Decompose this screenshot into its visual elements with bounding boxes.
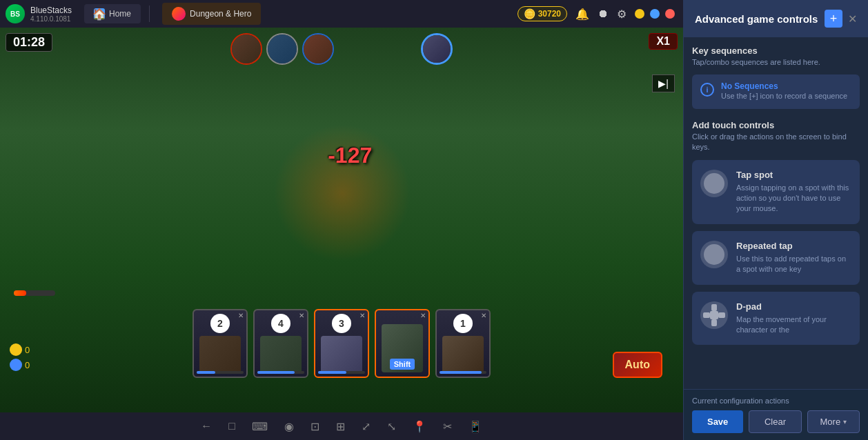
- save-button[interactable]: Save: [692, 410, 743, 433]
- panel-body: Key sequences Tap/combo sequences are li…: [684, 37, 868, 389]
- touch-controls-desc: Click or drag the actions on the screen …: [692, 132, 860, 153]
- no-sequences-box: i No Sequences Use the [+] icon to recor…: [692, 74, 860, 108]
- config-buttons: Save Clear More ▾: [692, 410, 860, 433]
- repeated-tap-circle-inner: [704, 244, 724, 265]
- damage-number: -127: [328, 143, 372, 168]
- hero-avatar-4: [423, 35, 451, 63]
- card-close-icon-3: ✕: [359, 312, 365, 319]
- panel-close-button[interactable]: ✕: [848, 12, 857, 26]
- card-number-3: 3: [332, 314, 351, 333]
- repeated-tap-info: Repeated tap Use this to add repeated ta…: [736, 241, 851, 275]
- back-icon[interactable]: ←: [201, 420, 212, 432]
- dpad-top: [711, 304, 717, 311]
- location-icon[interactable]: 📍: [413, 420, 426, 433]
- card-number-2: 2: [210, 314, 230, 333]
- card-shift[interactable]: ✕ Shift: [375, 309, 430, 378]
- card-bar-fill-3: [318, 371, 346, 374]
- notification-icon[interactable]: 🔔: [575, 8, 589, 21]
- game-area: BS BlueStacks 4.110.0.1081 🏠 Home Dungeo…: [0, 0, 683, 440]
- plus-icon: +: [830, 12, 838, 26]
- repeated-tap-desc: Use this to add repeated taps on a spot …: [736, 254, 851, 275]
- dpad-center: [710, 311, 718, 319]
- hero-portrait-2[interactable]: [266, 33, 298, 65]
- orb-row: 0: [10, 359, 30, 371]
- keyboard-icon[interactable]: ⌨: [252, 420, 268, 433]
- dpad-bottom: [711, 319, 717, 326]
- more-button-label: More: [820, 417, 841, 427]
- dpad-name: D-pad: [736, 301, 851, 312]
- tap-spot-name: Tap spot: [736, 170, 851, 180]
- add-sequence-button[interactable]: +: [825, 10, 842, 28]
- cards-row: ✕ 2 ✕ 4 ✕ 3: [193, 309, 491, 378]
- window-controls: [635, 9, 675, 19]
- phone-icon[interactable]: 📱: [468, 420, 482, 433]
- close-button[interactable]: [665, 9, 675, 19]
- dpad-icon-container: [700, 301, 728, 329]
- expand-icon[interactable]: ⤢: [362, 420, 371, 433]
- tab-home[interactable]: 🏠 Home: [84, 4, 141, 23]
- card-1[interactable]: ✕ 1: [435, 309, 491, 378]
- no-sequences-content: No Sequences Use the [+] icon to record …: [721, 81, 847, 101]
- no-sequences-desc: Use the [+] icon to record a sequence: [721, 91, 847, 101]
- auto-button[interactable]: Auto: [613, 352, 662, 378]
- record-icon[interactable]: ⏺: [598, 8, 609, 20]
- gold-count: 0: [25, 345, 30, 355]
- title-bar-left: BS BlueStacks 4.110.0.1081 🏠 Home Dungeo…: [0, 3, 266, 25]
- config-actions-title: Current configuration actions: [692, 397, 860, 405]
- card-4[interactable]: ✕ 4: [253, 309, 308, 378]
- crop-icon[interactable]: ⤡: [387, 420, 396, 433]
- app-version: 4.110.0.1081: [30, 15, 72, 23]
- panel-header: Advanced game controls + ✕: [684, 0, 868, 37]
- bottom-bar: ← □ ⌨ ◉ ⊡ ⊞ ⤢ ⤡ 📍 ✂ 📱: [0, 412, 683, 440]
- minimize-button[interactable]: [635, 9, 644, 19]
- more-button[interactable]: More ▾: [807, 410, 860, 433]
- maximize-button[interactable]: [650, 9, 660, 19]
- tab-separator: [149, 6, 150, 22]
- hero-portrait-3[interactable]: [302, 33, 334, 65]
- card-bar-fill-2: [197, 371, 215, 374]
- clear-button[interactable]: Clear: [749, 410, 801, 433]
- next-button[interactable]: ▶|: [652, 74, 675, 92]
- health-bar: [14, 290, 55, 296]
- hero-avatar-3: [304, 34, 333, 63]
- advanced-game-controls-panel: Advanced game controls + ✕ Key sequences…: [683, 0, 868, 440]
- hero-avatar-2: [268, 34, 297, 63]
- card-3[interactable]: ✕ 3: [314, 309, 369, 378]
- card-2[interactable]: ✕ 2: [193, 309, 248, 378]
- card-bar-4: [257, 371, 304, 374]
- grid-icon[interactable]: ⊞: [336, 420, 345, 433]
- dpad-card[interactable]: D-pad Map the movement of your character…: [692, 292, 860, 346]
- config-actions-section: Current configuration actions Save Clear…: [684, 389, 868, 440]
- screen-icon[interactable]: ⊡: [310, 420, 319, 433]
- card-bar-fill-1: [440, 371, 482, 374]
- key-sequences-desc: Tap/combo sequences are listed here.: [692, 57, 860, 68]
- card-portrait-2: [199, 336, 241, 374]
- dpad-info: D-pad Map the movement of your character…: [736, 301, 851, 336]
- card-portrait-3: [321, 336, 362, 374]
- game-multiplier: X1: [649, 33, 678, 50]
- card-bar-fill-4: [257, 371, 295, 374]
- coin-icon: 🪙: [524, 8, 535, 19]
- app-name: BlueStacks: [30, 6, 72, 15]
- app-container: BS BlueStacks 4.110.0.1081 🏠 Home Dungeo…: [0, 0, 868, 440]
- camera-icon[interactable]: ◉: [284, 420, 294, 433]
- tap-spot-card[interactable]: Tap spot Assign tapping on a spot with t…: [692, 160, 860, 224]
- card-portrait-1: [442, 336, 484, 374]
- settings-icon[interactable]: ⚙: [617, 8, 627, 21]
- game-timer: 01:28: [6, 33, 52, 52]
- home-bottom-icon[interactable]: □: [228, 420, 235, 432]
- hero-portrait-4[interactable]: [421, 33, 453, 65]
- touch-controls-title: Add touch controls: [692, 120, 860, 130]
- panel-title: Advanced game controls: [695, 13, 818, 25]
- gold-row: 0: [10, 343, 30, 356]
- card-close-icon: ✕: [238, 312, 244, 319]
- home-tab-label: Home: [109, 9, 131, 19]
- hero-portrait-1[interactable]: [230, 33, 262, 65]
- repeated-tap-card[interactable]: Repeated tap Use this to add repeated ta…: [692, 231, 860, 285]
- title-bar: BS BlueStacks 4.110.0.1081 🏠 Home Dungeo…: [0, 0, 683, 28]
- card-bar-3: [318, 371, 365, 374]
- heroes-row: [230, 33, 453, 65]
- cut-icon[interactable]: ✂: [443, 420, 452, 433]
- tab-game[interactable]: Dungeon & Hero: [162, 3, 261, 25]
- home-icon: 🏠: [94, 8, 105, 19]
